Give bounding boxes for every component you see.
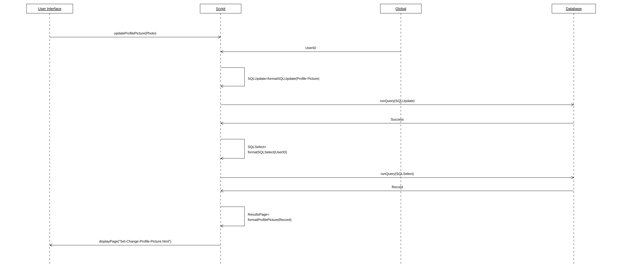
self-message-format-profile-picture: ResultsPage= formatProfilePicture(Record…: [221, 207, 292, 226]
participant-user-interface: User Interface: [26, 4, 73, 265]
participant-label: User Interface: [38, 7, 61, 11]
message-label: displayPage("Set-Change-Profile-Picture.…: [99, 239, 171, 243]
message-label: Success: [391, 118, 404, 122]
message-label: Record: [392, 185, 403, 189]
participant-label: Database: [566, 7, 582, 11]
message-label: runQuery(SQLUpdate): [380, 99, 414, 103]
message-label: ResultsPage=: [248, 212, 270, 216]
participant-label: Global: [396, 7, 406, 11]
participant-label: Script: [216, 7, 226, 11]
message-display-page: displayPage("Set-Change-Profile-Picture.…: [50, 239, 221, 245]
message-update-profile-picture: updateProfilePicture(Photo): [50, 31, 221, 37]
message-label: formatProfilePicture(Record): [248, 218, 292, 222]
participant-database: Database: [552, 4, 596, 265]
message-label: runQuery(SQLSelect): [381, 172, 414, 176]
message-label: UserID: [306, 46, 316, 50]
message-user-id: UserID: [221, 46, 401, 52]
message-record: Record: [221, 185, 574, 191]
message-label: SQLUpdate=formatSQLUpdate(Profile Pictur…: [248, 76, 319, 80]
participant-global: Global: [380, 4, 422, 265]
message-success: Success: [221, 118, 574, 123]
self-message-format-sql-update: SQLUpdate=formatSQLUpdate(Profile Pictur…: [221, 68, 319, 86]
message-run-query-update: runQuery(SQLUpdate): [221, 99, 574, 105]
message-label: updateProfilePicture(Photo): [114, 31, 156, 35]
sequence-diagram: User Interface Script Global Database up…: [0, 0, 644, 273]
self-message-format-sql-select: SQLSelect= formatSQLSelect(UserID): [221, 139, 287, 158]
message-label: SQLSelect=: [248, 145, 266, 149]
message-label: formatSQLSelect(UserID): [248, 150, 287, 154]
message-run-query-select: runQuery(SQLSelect): [221, 172, 574, 178]
